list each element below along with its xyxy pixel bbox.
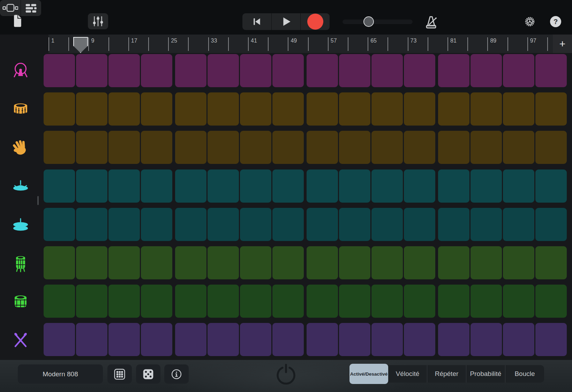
step-cell[interactable] (404, 54, 435, 87)
step-cell[interactable] (76, 131, 107, 164)
step-cell[interactable] (339, 323, 370, 356)
step-cell[interactable] (438, 246, 469, 279)
step-cell[interactable] (339, 131, 370, 164)
step-cell[interactable] (307, 323, 338, 356)
step-cell[interactable] (471, 54, 502, 87)
step-cell[interactable] (272, 246, 304, 279)
step-cell[interactable] (404, 92, 435, 126)
step-cell[interactable] (272, 323, 304, 356)
step-cell[interactable] (44, 54, 75, 87)
step-cell[interactable] (108, 131, 140, 164)
step-cell[interactable] (175, 246, 206, 279)
step-cell[interactable] (371, 54, 403, 87)
step-cell[interactable] (76, 169, 107, 203)
step-cell[interactable] (339, 169, 370, 203)
info-button[interactable] (164, 364, 189, 384)
step-cell[interactable] (371, 208, 403, 241)
segment-probabilit-[interactable]: Probabilité (466, 365, 505, 383)
step-cell[interactable] (471, 131, 502, 164)
step-cell[interactable] (272, 92, 304, 126)
document-button[interactable] (8, 12, 27, 30)
step-cell[interactable] (240, 169, 271, 203)
step-cell[interactable] (438, 169, 469, 203)
kit-selector-button[interactable]: Modern 808 (18, 364, 103, 384)
vertical-scrollbar[interactable] (37, 196, 39, 205)
step-cell[interactable] (535, 169, 567, 203)
step-cell[interactable] (503, 169, 534, 203)
step-cell[interactable] (240, 54, 271, 87)
step-cell[interactable] (141, 54, 172, 87)
step-cell[interactable] (535, 208, 567, 241)
segment-v-locit-[interactable]: Vélocité (388, 365, 427, 383)
segment-r-p-ter[interactable]: Répéter (427, 365, 466, 383)
step-cell[interactable] (108, 92, 140, 126)
step-cell[interactable] (44, 169, 75, 203)
step-cell[interactable] (175, 92, 206, 126)
segment-activ-desactiv-[interactable]: Activé/Desactivé (349, 364, 388, 384)
step-cell[interactable] (535, 323, 567, 356)
step-cell[interactable] (141, 131, 172, 164)
segment-boucle[interactable]: Boucle (505, 365, 544, 383)
mixer-button[interactable] (88, 13, 108, 29)
step-cell[interactable] (503, 246, 534, 279)
step-cell[interactable] (44, 285, 75, 318)
step-cell[interactable] (339, 246, 370, 279)
step-cell[interactable] (471, 169, 502, 203)
step-cell[interactable] (141, 323, 172, 356)
step-cell[interactable] (272, 54, 304, 87)
step-cell[interactable] (108, 208, 140, 241)
step-cell[interactable] (44, 246, 75, 279)
step-cell[interactable] (307, 131, 338, 164)
open-hihat-icon[interactable] (11, 176, 30, 195)
step-cell[interactable] (76, 323, 107, 356)
rewind-button[interactable] (242, 13, 271, 30)
step-cell[interactable] (371, 169, 403, 203)
step-cell[interactable] (404, 285, 435, 318)
step-cell[interactable] (208, 246, 239, 279)
step-cell[interactable] (503, 92, 534, 126)
step-cell[interactable] (503, 208, 534, 241)
step-cell[interactable] (141, 169, 172, 203)
volume-slider-knob[interactable] (363, 16, 374, 27)
step-cell[interactable] (44, 208, 75, 241)
step-cell[interactable] (438, 208, 469, 241)
step-cell[interactable] (371, 285, 403, 318)
step-cell[interactable] (208, 169, 239, 203)
settings-button[interactable] (524, 15, 536, 28)
playhead[interactable] (73, 37, 88, 53)
step-cell[interactable] (76, 285, 107, 318)
step-cell[interactable] (141, 92, 172, 126)
step-cell[interactable] (371, 92, 403, 126)
step-cell[interactable] (272, 285, 304, 318)
step-cell[interactable] (371, 323, 403, 356)
conga-icon[interactable] (11, 254, 30, 272)
step-cell[interactable] (141, 285, 172, 318)
power-button[interactable] (275, 363, 297, 385)
step-cell[interactable] (535, 285, 567, 318)
step-cell[interactable] (76, 54, 107, 87)
step-cell[interactable] (438, 92, 469, 126)
tom-drum-icon[interactable] (11, 292, 30, 311)
step-cell[interactable] (471, 208, 502, 241)
step-cell[interactable] (208, 208, 239, 241)
step-cell[interactable] (76, 208, 107, 241)
step-cell[interactable] (240, 323, 271, 356)
step-cell[interactable] (438, 285, 469, 318)
clap-icon[interactable] (11, 138, 30, 157)
pattern-grid-button[interactable] (107, 364, 132, 384)
step-cell[interactable] (76, 92, 107, 126)
step-cell[interactable] (438, 131, 469, 164)
step-cell[interactable] (108, 246, 140, 279)
step-cell[interactable] (339, 54, 370, 87)
step-cell[interactable] (339, 208, 370, 241)
step-cell[interactable] (240, 208, 271, 241)
step-cell[interactable] (503, 131, 534, 164)
step-cell[interactable] (108, 323, 140, 356)
step-cell[interactable] (141, 208, 172, 241)
step-cell[interactable] (208, 323, 239, 356)
step-cell[interactable] (108, 54, 140, 87)
step-cell[interactable] (208, 54, 239, 87)
step-cell[interactable] (208, 285, 239, 318)
step-cell[interactable] (208, 131, 239, 164)
play-button[interactable] (271, 13, 301, 30)
